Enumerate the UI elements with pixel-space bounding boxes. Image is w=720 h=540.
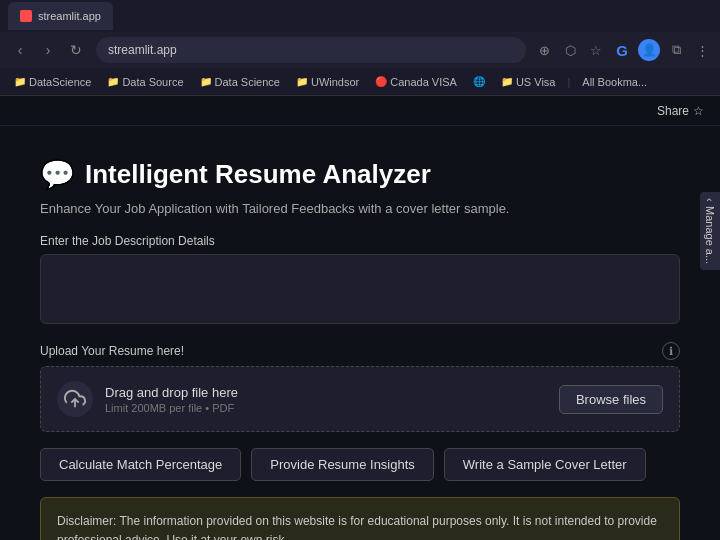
page-title: Intelligent Resume Analyzer — [85, 159, 431, 190]
upload-label: Upload Your Resume here! — [40, 344, 184, 358]
share-icon: ☆ — [693, 104, 704, 118]
bookmark-label: Canada VISA — [390, 76, 457, 88]
bookmarks-bar: 📁 DataScience 📁 Data Source 📁 Data Scien… — [0, 68, 720, 96]
address-bar[interactable]: streamlit.app — [96, 37, 526, 63]
back-button[interactable]: ‹ — [8, 38, 32, 62]
bookmark-datasource[interactable]: 📁 Data Source — [101, 74, 189, 90]
page-header: Share ☆ — [0, 96, 720, 126]
toolbar-icons: ⊕ ⬡ ☆ G 👤 ⧉ ⋮ — [534, 39, 712, 61]
upload-label-row: Upload Your Resume here! ℹ — [40, 342, 680, 360]
app-title-row: 💬 Intelligent Resume Analyzer — [40, 158, 680, 191]
address-bar-row: ‹ › ↻ streamlit.app ⊕ ⬡ ☆ G 👤 ⧉ ⋮ — [0, 32, 720, 68]
upload-dropzone[interactable]: Drag and drop file here Limit 200MB per … — [40, 366, 680, 432]
globe-icon: 🌐 — [473, 76, 485, 87]
page-subtitle: Enhance Your Job Application with Tailor… — [40, 201, 680, 216]
bookmark-separator: | — [567, 76, 570, 88]
disclaimer-box: Disclaimer: The information provided on … — [40, 497, 680, 540]
right-panel-label: Manage a... — [704, 206, 716, 264]
bookmark-label: Data Science — [215, 76, 280, 88]
upload-section: Upload Your Resume here! ℹ Drag and drop… — [40, 342, 680, 432]
menu-icon[interactable]: ⋮ — [692, 40, 712, 60]
bookmark-folder-icon: 📁 — [296, 76, 308, 87]
upload-limit-text: Limit 200MB per file • PDF — [105, 402, 238, 414]
bookmark-label: All Bookma... — [582, 76, 647, 88]
browse-files-button[interactable]: Browse files — [559, 385, 663, 414]
bookmark-datascience[interactable]: 📁 DataScience — [8, 74, 97, 90]
right-panel-tab[interactable]: ‹ Manage a... — [700, 192, 720, 270]
bookmark-label: US Visa — [516, 76, 556, 88]
job-description-label: Enter the Job Description Details — [40, 234, 680, 248]
bookmark-datascience2[interactable]: 📁 Data Science — [194, 74, 286, 90]
forward-button[interactable]: › — [36, 38, 60, 62]
share-button[interactable]: Share ☆ — [657, 104, 704, 118]
key-icon: ⊕ — [534, 40, 554, 60]
tab-favicon — [20, 10, 32, 22]
bookmark-label: Data Source — [122, 76, 183, 88]
extensions-icon[interactable]: ⧉ — [666, 40, 686, 60]
bookmark-folder-icon: 📁 — [107, 76, 119, 87]
upload-info-icon[interactable]: ℹ — [662, 342, 680, 360]
bookmark-folder-icon: 📁 — [501, 76, 513, 87]
bookmark-folder-icon: 📁 — [14, 76, 26, 87]
bookmark-label: DataScience — [29, 76, 91, 88]
address-text: streamlit.app — [108, 43, 177, 57]
disclaimer-line1: Disclaimer: The information provided on … — [57, 512, 663, 540]
bookmark-label: UWindsor — [311, 76, 359, 88]
chat-bubble-icon: 💬 — [40, 158, 75, 191]
upload-left: Drag and drop file here Limit 200MB per … — [57, 381, 238, 417]
active-tab[interactable]: streamlit.app — [8, 2, 113, 30]
write-cover-letter-button[interactable]: Write a Sample Cover Letter — [444, 448, 646, 481]
job-description-textarea[interactable] — [40, 254, 680, 324]
upload-cloud-icon — [57, 381, 93, 417]
calculate-match-button[interactable]: Calculate Match Percentage — [40, 448, 241, 481]
action-buttons: Calculate Match Percentage Provide Resum… — [40, 448, 680, 481]
user-icon[interactable]: 👤 — [638, 39, 660, 61]
star-icon[interactable]: ☆ — [586, 40, 606, 60]
bookmark-canada-visa[interactable]: 🔴 Canada VISA — [369, 74, 463, 90]
bookmark-uwindsor[interactable]: 📁 UWindsor — [290, 74, 365, 90]
upload-text-group: Drag and drop file here Limit 200MB per … — [105, 385, 238, 414]
upload-drag-text: Drag and drop file here — [105, 385, 238, 400]
chevron-left-icon: ‹ — [704, 198, 716, 202]
provide-insights-button[interactable]: Provide Resume Insights — [251, 448, 434, 481]
bookmark-allbookmarks[interactable]: All Bookma... — [576, 74, 653, 90]
google-icon[interactable]: G — [612, 40, 632, 60]
nav-buttons: ‹ › ↻ — [8, 38, 88, 62]
cast-icon: ⬡ — [560, 40, 580, 60]
refresh-button[interactable]: ↻ — [64, 38, 88, 62]
bookmark-folder-icon: 📁 — [200, 76, 212, 87]
bookmark-globe[interactable]: 🌐 — [467, 74, 491, 89]
main-content: 💬 Intelligent Resume Analyzer Enhance Yo… — [0, 126, 720, 540]
browser-tabs: streamlit.app — [0, 0, 720, 32]
share-label: Share — [657, 104, 689, 118]
bookmark-special-icon: 🔴 — [375, 76, 387, 87]
tab-title: streamlit.app — [38, 10, 101, 22]
bookmark-usvisa[interactable]: 📁 US Visa — [495, 74, 562, 90]
